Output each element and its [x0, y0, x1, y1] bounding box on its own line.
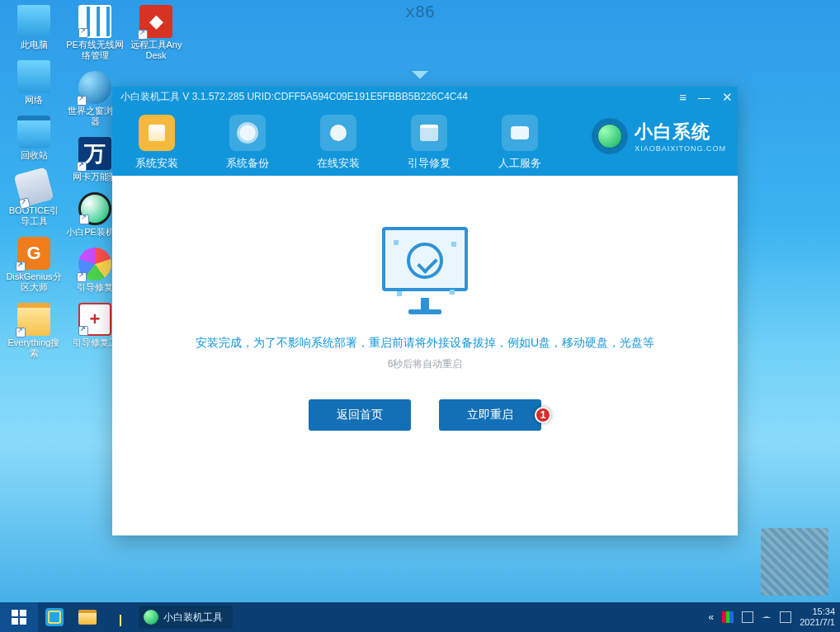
shortcut-arrow-icon	[79, 215, 89, 224]
tab-system-backup[interactable]: 系统备份	[215, 115, 281, 171]
tray-eject-icon[interactable]	[762, 616, 772, 618]
tab-manual-service[interactable]: 人工服务	[487, 115, 553, 171]
desktop-icon-bootice[interactable]: BOOTICE引导工具	[3, 171, 64, 227]
shortcut-arrow-icon	[78, 326, 88, 336]
tray-display-icon[interactable]	[742, 611, 753, 623]
qr-watermark	[761, 528, 828, 596]
desktop-icon-network[interactable]: 网络	[3, 60, 64, 106]
taskbar: 小白装机工具 « 15:34 2021/7/1	[0, 602, 840, 632]
repair-icon	[411, 115, 447, 151]
start-button[interactable]	[0, 602, 38, 632]
desktop-icon-recycle-bin[interactable]: 回收站	[3, 116, 64, 161]
back-home-button[interactable]: 返回首页	[309, 399, 411, 431]
app-header: 小白装机工具 V 3.1.572.285 URID:CDFF5A594C09E1…	[112, 87, 738, 176]
shortcut-arrow-icon	[77, 96, 87, 106]
gear-icon	[229, 115, 266, 151]
brand-sub: XIAOBAIXITONG.COM	[635, 144, 726, 153]
desktop[interactable]: x86 此电脑 网络 回收站 BOOTICE引导工具 GDiskGenius分区…	[0, 0, 840, 632]
minimize-button[interactable]: —	[698, 90, 710, 105]
shortcut-arrow-icon	[77, 162, 87, 172]
folder-icon	[78, 610, 97, 625]
close-button[interactable]: ✕	[722, 90, 733, 105]
tray-flag-icon[interactable]	[722, 611, 734, 623]
app-window-xiaobai: 小白装机工具 V 3.1.572.285 URID:CDFF5A594C09E1…	[112, 87, 738, 535]
taskbar-wifi-button[interactable]	[104, 602, 137, 632]
taskbar-explorer-button[interactable]	[71, 602, 104, 632]
browser-icon	[45, 608, 64, 626]
taskbar-browser-button[interactable]	[38, 602, 71, 632]
tray-show-hidden[interactable]: «	[708, 611, 714, 623]
desktop-icon-anydesk[interactable]: ◆远程工具AnyDesk	[125, 5, 186, 61]
brand-name: 小白系统	[635, 120, 726, 144]
taskbar-task-label: 小白装机工具	[163, 611, 223, 625]
arch-watermark: x86	[405, 2, 435, 21]
windows-logo-icon	[12, 610, 26, 625]
chat-icon	[502, 115, 538, 151]
app-title: 小白装机工具 V 3.1.572.285 URID:CDFF5A594C09E1…	[120, 90, 468, 104]
taskbar-clock[interactable]: 15:34 2021/7/1	[800, 606, 835, 628]
taskbar-task-xiaobai[interactable]: 小白装机工具	[139, 606, 233, 629]
shortcut-arrow-icon	[16, 262, 26, 271]
clock-time: 15:34	[800, 606, 835, 617]
desktop-icon-everything[interactable]: Everything搜索	[3, 303, 64, 359]
desktop-icon-this-pc[interactable]: 此电脑	[3, 5, 64, 50]
desktop-icon-diskgenius[interactable]: GDiskGenius分区大师	[3, 237, 64, 293]
app-body: 安装完成，为了不影响系统部署，重启前请将外接设备拔掉，例如U盘，移动硬盘，光盘等…	[112, 222, 738, 582]
tray-monitor-icon[interactable]	[780, 611, 791, 623]
install-complete-message: 安装完成，为了不影响系统部署，重启前请将外接设备拔掉，例如U盘，移动硬盘，光盘等	[112, 336, 738, 351]
app-tabs: 系统安装 系统备份 在线安装 引导修复 人工服务	[124, 115, 553, 171]
auto-reboot-countdown: 6秒后将自动重启	[112, 357, 738, 371]
shortcut-arrow-icon	[138, 30, 148, 40]
download-icon	[320, 115, 356, 151]
desktop-icon-pe-net[interactable]: PE有线无线网络管理	[64, 5, 125, 61]
tab-online-install[interactable]: 在线安装	[305, 115, 371, 171]
brand-logo-icon	[592, 118, 628, 154]
tab-boot-repair[interactable]: 引导修复	[396, 115, 462, 171]
wifi-icon	[111, 608, 130, 626]
success-illustration	[372, 222, 478, 319]
dropdown-indicator-icon	[412, 71, 428, 79]
app-icon	[144, 610, 158, 625]
folder-icon	[139, 115, 175, 151]
shortcut-arrow-icon	[16, 328, 26, 337]
tab-system-install[interactable]: 系统安装	[124, 115, 190, 171]
clock-date: 2021/7/1	[800, 617, 835, 628]
brand: 小白系统 XIAOBAIXITONG.COM	[592, 118, 726, 154]
menu-button[interactable]: ≡	[679, 90, 687, 105]
reboot-now-button[interactable]: 立即重启 1	[439, 399, 541, 431]
shortcut-arrow-icon	[78, 28, 88, 38]
annotation-badge-1: 1	[535, 407, 551, 423]
shortcut-arrow-icon	[77, 272, 87, 282]
